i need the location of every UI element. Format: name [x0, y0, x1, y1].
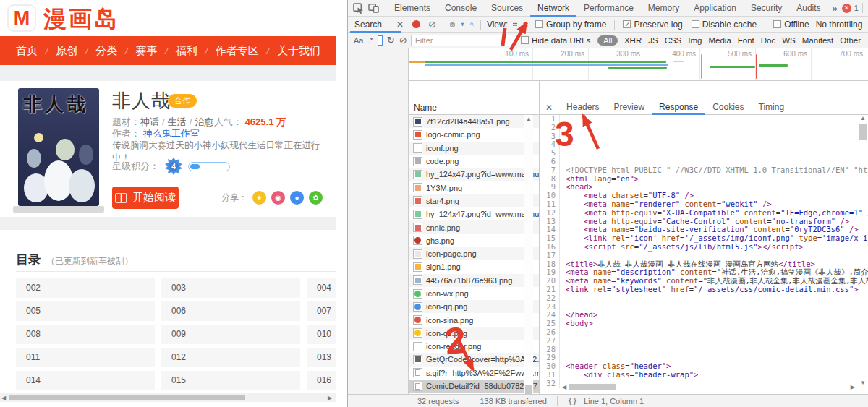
request-row[interactable]: 7f12cd284a448a51.png: [409, 115, 539, 128]
chapter-item[interactable]: 011: [16, 348, 155, 367]
request-row[interactable]: hy_124x47.png?id=www.manhu: [409, 168, 539, 181]
devtools-tab-sources[interactable]: Sources: [484, 0, 530, 17]
more-panels-button[interactable]: »: [828, 3, 842, 14]
request-row[interactable]: icon-sina.png: [409, 313, 539, 326]
offline-checkbox[interactable]: Offline: [773, 20, 809, 30]
chapter-item[interactable]: 015: [161, 371, 300, 390]
inspect-element-icon[interactable]: [353, 3, 364, 14]
filter-type-js[interactable]: JS: [645, 36, 661, 45]
network-filter-input[interactable]: Filter: [411, 35, 516, 46]
filter-type-all[interactable]: All: [597, 35, 618, 46]
chapter-item[interactable]: 014: [16, 371, 155, 390]
site-hscroll-thumb[interactable]: [9, 395, 245, 400]
filter-type-media[interactable]: Media: [705, 36, 734, 45]
request-row[interactable]: ghs.png: [409, 234, 539, 247]
response-horizontal-scrollbar[interactable]: ◀ ▶: [562, 382, 855, 391]
chapter-item[interactable]: 013: [307, 348, 336, 367]
request-row[interactable]: iconf.png: [409, 142, 539, 155]
group-by-frame-checkbox[interactable]: Group by frame: [535, 20, 606, 30]
genre-tag[interactable]: 生活: [168, 116, 187, 127]
detail-tab-headers[interactable]: Headers: [559, 101, 606, 115]
chapter-item[interactable]: 006: [161, 301, 300, 321]
disable-cache-checkbox[interactable]: Disable cache: [692, 20, 757, 30]
nav-item-4[interactable]: 赛事: [135, 44, 157, 58]
regex-button[interactable]: .*: [367, 36, 373, 45]
error-count-badge[interactable]: ✕ 1: [842, 4, 859, 13]
response-source-view[interactable]: 1234567<!DOCTYPE html PUBLIC "-//W3C//DT…: [540, 115, 868, 388]
comic-cover-image[interactable]: 非人哉: [18, 88, 99, 206]
chapter-item[interactable]: 010: [307, 325, 336, 344]
request-row[interactable]: icon-qq.png: [409, 300, 539, 313]
nav-item-1[interactable]: 首页: [16, 44, 38, 58]
close-detail-icon[interactable]: ✕: [540, 103, 559, 113]
network-overview-timeline[interactable]: 100 ms200 ms300 ms400 ms500 ms600 ms700 …: [409, 48, 868, 81]
request-row[interactable]: ComicDetail?id=58ddb07827a7▾: [409, 380, 539, 393]
search-query-input[interactable]: [378, 35, 383, 46]
request-row[interactable]: hy_124x47.png?id=www.manhu: [409, 207, 539, 220]
devtools-tab-application[interactable]: Application: [686, 0, 744, 17]
share-weibo-icon[interactable]: ◉: [271, 191, 285, 205]
devtools-tab-console[interactable]: Console: [438, 0, 484, 17]
scroll-left-arrow[interactable]: ◀: [1, 395, 6, 401]
nav-item-6[interactable]: 作者专区: [216, 44, 259, 58]
clear-search-icon[interactable]: ⊘: [399, 35, 407, 46]
detail-tab-cookies[interactable]: Cookies: [705, 101, 751, 115]
filter-type-doc[interactable]: Doc: [757, 36, 778, 45]
scroll-left-arrow[interactable]: ◀: [562, 384, 566, 390]
pretty-print-icon[interactable]: {}: [568, 396, 577, 406]
detail-tab-response[interactable]: Response: [652, 101, 705, 115]
hide-data-urls-checkbox[interactable]: Hide data URLs: [521, 36, 590, 45]
genre-tag[interactable]: 神话: [140, 116, 159, 127]
refresh-search-icon[interactable]: ↻: [387, 35, 395, 46]
record-network-log-button[interactable]: [412, 20, 420, 28]
request-list-scrollbar[interactable]: ▲: [524, 115, 533, 393]
site-logo-icon[interactable]: M: [7, 4, 36, 32]
chapter-item[interactable]: 002: [16, 278, 155, 298]
author-link[interactable]: 神么鬼工作室: [143, 128, 200, 139]
filter-type-xhr[interactable]: XHR: [621, 36, 644, 45]
list-view-icon[interactable]: [510, 20, 520, 29]
waterfall-view-icon[interactable]: [520, 20, 531, 29]
devtools-tab-security[interactable]: Security: [744, 0, 789, 17]
chapter-item[interactable]: 016: [307, 371, 336, 390]
preserve-log-checkbox[interactable]: ✓ Preserve log: [623, 20, 682, 30]
nav-item-3[interactable]: 分类: [95, 44, 117, 58]
genre-tag[interactable]: 治愈: [195, 116, 213, 127]
request-row[interactable]: s.gif?r=http%3A%2F%2Fwww.m: [409, 367, 539, 380]
devtools-tab-elements[interactable]: Elements: [387, 0, 438, 17]
filter-type-img[interactable]: Img: [685, 36, 705, 45]
chapter-item[interactable]: 004: [307, 278, 336, 298]
filter-type-font[interactable]: Font: [734, 36, 757, 45]
capture-screenshots-icon[interactable]: [447, 20, 458, 29]
site-logo-text[interactable]: 漫画岛: [43, 4, 119, 35]
chapter-item[interactable]: 008: [16, 325, 155, 344]
filter-type-other[interactable]: Other: [837, 36, 864, 45]
request-row[interactable]: icon-page.png: [409, 247, 539, 260]
nav-item-7[interactable]: 关于我们: [277, 44, 320, 58]
request-row[interactable]: icon-reader.png: [409, 340, 539, 353]
site-horizontal-scrollbar[interactable]: ◀ ▶: [0, 393, 336, 402]
filter-type-manifest[interactable]: Manifest: [799, 36, 836, 45]
filter-type-css[interactable]: CSS: [661, 36, 685, 45]
scroll-up-arrow[interactable]: ▲: [860, 115, 866, 121]
toggle-device-toolbar-icon[interactable]: [368, 3, 379, 13]
response-vertical-scrollbar[interactable]: ▲ ▼: [859, 115, 867, 385]
share-wechat-icon[interactable]: ✿: [309, 191, 323, 205]
response-vscroll-thumb[interactable]: [859, 124, 867, 140]
request-name-column-header[interactable]: Name: [409, 101, 539, 115]
match-case-button[interactable]: Aa: [354, 36, 363, 45]
chapter-item[interactable]: 003: [161, 278, 300, 298]
request-row[interactable]: 1Y3M.png: [409, 181, 539, 194]
search-drawer-tab[interactable]: Search ✕: [348, 17, 409, 33]
scroll-right-arrow[interactable]: ▶: [851, 384, 855, 390]
request-row[interactable]: star4.png: [409, 194, 539, 207]
request-row[interactable]: GetQrCode?cover=http%3A%2.: [409, 353, 539, 366]
scroll-down-arrow[interactable]: ▼: [860, 380, 866, 386]
filter-icon[interactable]: [458, 20, 467, 29]
request-row[interactable]: icon-qz.png: [409, 327, 539, 340]
request-row[interactable]: sign1.png: [409, 260, 539, 273]
devtools-tab-network[interactable]: Network: [530, 0, 576, 17]
nav-item-2[interactable]: 原创: [56, 44, 77, 58]
request-row[interactable]: logo-comic.png: [409, 128, 539, 141]
request-row[interactable]: icon-wx.png: [409, 287, 539, 300]
